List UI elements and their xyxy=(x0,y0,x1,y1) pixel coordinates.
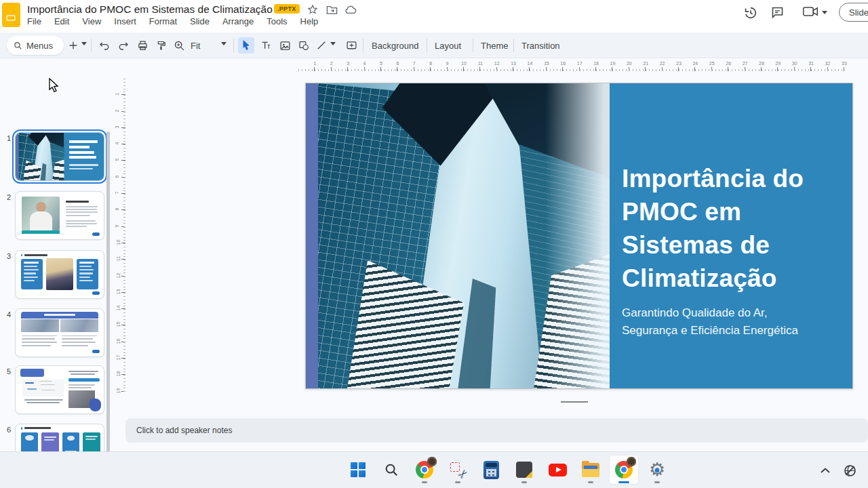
insert-comment-icon xyxy=(346,40,357,52)
taskbar-snipping-tool-button[interactable]: ✂ xyxy=(443,455,473,485)
menu-edit[interactable]: Edit xyxy=(54,16,69,26)
document-title[interactable]: Importância do PMOC em Sistemas de Clima… xyxy=(27,3,273,16)
toolbar-divider xyxy=(473,39,473,52)
insert-image-icon xyxy=(279,40,291,52)
slide-number: 4 xyxy=(1,310,11,319)
undo-button[interactable] xyxy=(96,37,113,54)
slide-accent-stripe xyxy=(306,83,318,388)
notes-resize-handle[interactable] xyxy=(561,401,588,403)
insert-line-icon xyxy=(316,40,327,51)
menu-file[interactable]: File xyxy=(27,16,41,26)
print-button[interactable] xyxy=(134,37,151,54)
zoom-fit-dropdown[interactable]: Fit xyxy=(191,37,200,54)
skyscrapers-photo[interactable] xyxy=(318,83,610,388)
insert-shape-button[interactable] xyxy=(296,37,312,54)
insert-line-button[interactable] xyxy=(313,37,330,54)
taskbar-sticky-notes-button[interactable] xyxy=(509,455,539,485)
insert-line-caret-icon[interactable] xyxy=(330,42,336,45)
slide-number: 1 xyxy=(1,134,11,142)
speaker-notes-input[interactable]: Click to add speaker notes xyxy=(125,418,868,443)
youtube-icon xyxy=(549,464,567,476)
comments-icon[interactable] xyxy=(770,5,785,20)
slide-number: 3 xyxy=(1,252,11,260)
search-icon xyxy=(14,41,22,50)
background-button[interactable]: Background xyxy=(372,37,418,54)
filmstrip-scrollbar[interactable] xyxy=(106,131,110,457)
move-folder-icon[interactable] xyxy=(326,3,338,16)
menu-view[interactable]: View xyxy=(82,16,101,26)
slide-number: 6 xyxy=(1,426,11,434)
menu-arrange[interactable]: Arrange xyxy=(222,16,254,26)
theme-button[interactable]: Theme xyxy=(481,37,508,54)
new-slide-caret-icon[interactable] xyxy=(81,42,87,45)
select-tool-button[interactable] xyxy=(238,37,254,54)
slide-subtitle[interactable]: Garantindo Qualidade do Ar, Segurança e … xyxy=(622,304,798,340)
text-box-icon xyxy=(260,40,272,51)
vertical-ruler: 12345678910111213141516171819 xyxy=(115,79,126,392)
slide-thumbnail-3[interactable] xyxy=(15,250,104,299)
select-cursor-icon xyxy=(241,40,251,51)
slide-thumbnail-2[interactable] xyxy=(15,191,104,240)
menus-search-button[interactable]: Menus xyxy=(7,36,64,55)
menu-slide[interactable]: Slide xyxy=(190,16,210,26)
skyscrapers-photo-small xyxy=(18,133,64,180)
taskbar-youtube-button[interactable] xyxy=(542,455,572,485)
camera-dropdown-caret-icon[interactable] xyxy=(822,11,827,14)
insert-shape-icon xyxy=(298,40,310,51)
toolbar-divider xyxy=(363,39,363,52)
taskbar-calculator-button[interactable] xyxy=(476,455,506,485)
insert-comment-button[interactable] xyxy=(343,37,359,54)
toolbar-divider xyxy=(91,39,92,52)
horizontal-ruler: 1234567891011121314151617181920212223242… xyxy=(298,61,844,72)
meet-camera-icon[interactable] xyxy=(802,5,817,20)
star-icon[interactable] xyxy=(307,3,319,16)
taskbar-file-explorer-button[interactable] xyxy=(576,455,606,485)
taskbar-search-button[interactable] xyxy=(376,455,406,485)
chrome-notification-badge xyxy=(627,457,636,466)
calculator-icon xyxy=(484,461,499,479)
transition-button[interactable]: Transition xyxy=(521,37,560,54)
slide-title[interactable]: Importância do PMOC em Sistemas de Clima… xyxy=(622,162,804,295)
titlebar: Importância do PMOC em Sistemas de Clima… xyxy=(0,0,868,33)
slideshow-button[interactable]: Slideshow xyxy=(839,3,868,22)
slide-blue-panel[interactable]: Importância do PMOC em Sistemas de Clima… xyxy=(610,83,852,388)
hidden-icons-chevron-icon[interactable] xyxy=(820,467,831,474)
slide-canvas[interactable]: Importância do PMOC em Sistemas de Clima… xyxy=(305,83,853,389)
redo-button[interactable] xyxy=(115,37,132,54)
start-button[interactable] xyxy=(343,455,373,485)
version-history-icon[interactable] xyxy=(743,5,757,20)
slide-thumbnail-4[interactable] xyxy=(15,308,104,357)
windows-taskbar: ✂ ⚙ xyxy=(0,451,868,488)
menu-tools[interactable]: Tools xyxy=(267,16,287,26)
network-offline-icon[interactable] xyxy=(843,464,857,478)
file-explorer-icon xyxy=(582,463,599,477)
toolbar-divider xyxy=(427,39,427,52)
sticky-notes-icon xyxy=(516,462,532,478)
taskbar-chrome-button[interactable] xyxy=(410,455,439,485)
new-slide-button[interactable] xyxy=(65,37,81,54)
print-icon xyxy=(137,40,149,52)
mouse-cursor xyxy=(49,78,60,92)
slide-thumbnail-5[interactable] xyxy=(15,365,104,414)
snipping-tool-icon: ✂ xyxy=(449,461,467,479)
layout-button[interactable]: Layout xyxy=(435,37,461,54)
windows-start-icon xyxy=(351,462,366,477)
text-box-button[interactable] xyxy=(258,37,274,54)
insert-image-button[interactable] xyxy=(277,37,293,54)
zoom-button[interactable] xyxy=(171,37,187,54)
google-slides-icon[interactable] xyxy=(2,3,20,27)
paint-format-button[interactable] xyxy=(153,37,170,54)
slide-number: 2 xyxy=(1,193,11,201)
menu-insert[interactable]: Insert xyxy=(114,16,136,26)
toolbar-divider xyxy=(233,39,234,52)
taskbar-chrome-active-button[interactable] xyxy=(609,455,639,485)
zoom-fit-caret-icon[interactable] xyxy=(221,42,226,45)
undo-icon xyxy=(98,40,111,51)
cloud-status-icon[interactable] xyxy=(344,3,357,16)
menu-format[interactable]: Format xyxy=(149,16,177,26)
slide-thumbnail-1[interactable] xyxy=(15,132,104,181)
toolbar-divider xyxy=(513,39,514,52)
redo-icon xyxy=(117,40,130,51)
menu-help[interactable]: Help xyxy=(300,16,319,26)
taskbar-settings-button[interactable]: ⚙ xyxy=(642,455,672,485)
